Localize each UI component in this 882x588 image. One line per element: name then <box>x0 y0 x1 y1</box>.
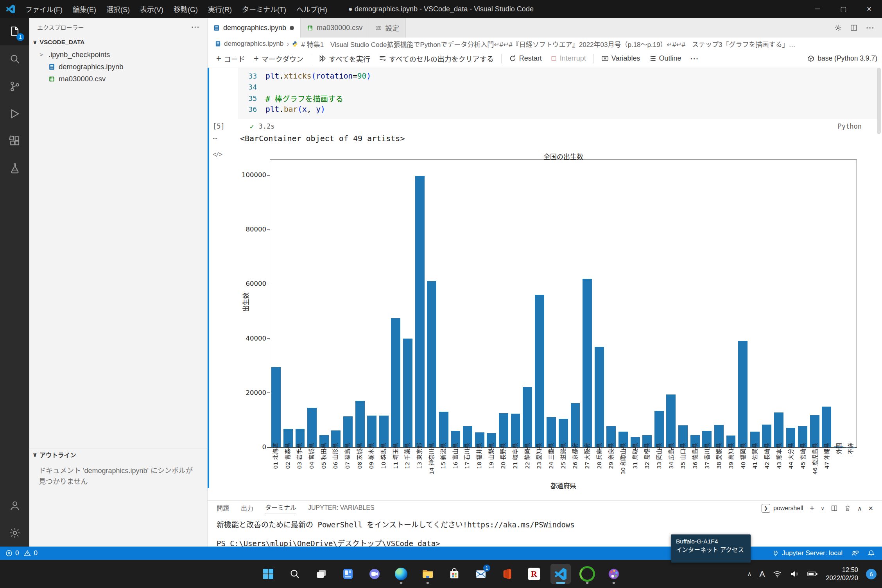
menu-item[interactable]: 実行(R) <box>203 0 237 18</box>
paint-icon[interactable] <box>604 564 624 584</box>
code-text: plt.xticks(rotation=90) <box>265 72 371 81</box>
activity-explorer[interactable]: 1 <box>0 18 29 45</box>
code-line[interactable]: 34 <box>238 82 878 93</box>
breadcrumb[interactable]: demographics.ipynb › # 特集1 Visual Studio… <box>207 38 882 50</box>
code-line[interactable]: 36plt.bar(x, y) <box>238 104 878 115</box>
modified-dot-icon[interactable] <box>290 26 294 30</box>
menu-item[interactable]: 編集(E) <box>68 0 101 18</box>
activity-run-debug[interactable] <box>0 100 29 127</box>
task-view-icon[interactable] <box>311 564 332 584</box>
activity-source-control[interactable] <box>0 73 29 100</box>
code-line[interactable]: 33plt.xticks(rotation=90) <box>238 70 878 82</box>
breadcrumb-cell[interactable]: # 特集1 Visual Studio Code拡張機能でPythonでデータ分… <box>301 39 795 49</box>
sidebar-item-checkpoints[interactable]: > .ipynb_checkpoints <box>29 48 207 61</box>
bar-slot <box>330 160 342 447</box>
activity-account[interactable] <box>0 492 29 519</box>
cell-language[interactable]: Python <box>838 122 862 130</box>
add-markdown-cell-button[interactable]: + マークダウン <box>250 50 307 67</box>
settings-sliders-icon <box>375 25 382 31</box>
start-button[interactable] <box>258 564 278 584</box>
ime-indicator[interactable]: A <box>759 569 765 579</box>
run-debug-icon <box>9 108 21 120</box>
edge-icon[interactable] <box>391 564 411 584</box>
panel-tab-ターミナル[interactable]: ターミナル <box>265 502 296 513</box>
menu-item[interactable]: ファイル(F) <box>20 0 68 18</box>
outline-header[interactable]: ∨ アウトライン <box>29 448 207 461</box>
bar-34 広島県 <box>666 394 676 447</box>
x-tick-label: 44 大分県 <box>785 443 797 469</box>
maximize-button[interactable]: ▢ <box>830 0 856 18</box>
tab-demographics[interactable]: demographics.ipynb <box>207 18 301 38</box>
variables-button[interactable]: Variables <box>598 50 644 67</box>
wifi-icon[interactable] <box>773 569 782 579</box>
office-icon[interactable] <box>497 564 518 584</box>
outline-button[interactable]: Outline <box>645 50 685 67</box>
taskbar-search-icon[interactable] <box>285 564 305 584</box>
toolbar-separator <box>593 54 594 63</box>
sidebar-item-notebook[interactable]: demographics.ipynb <box>29 61 207 73</box>
kernel-picker[interactable]: base (Python 3.9.7) <box>807 54 882 63</box>
code-cell-editor[interactable]: 33plt.xticks(rotation=90)3435# 棒グラフを描画する… <box>238 68 878 119</box>
new-terminal-icon[interactable]: + <box>810 503 815 513</box>
feedback-icon[interactable] <box>851 549 859 557</box>
restart-button[interactable]: Restart <box>506 50 545 67</box>
panel-tab-出力[interactable]: 出力 <box>241 503 253 513</box>
maximize-panel-icon[interactable]: ∧ <box>857 505 862 512</box>
close-panel-icon[interactable]: ✕ <box>868 505 873 512</box>
menu-item[interactable]: 表示(V) <box>135 0 169 18</box>
split-editor-icon[interactable] <box>850 24 858 32</box>
panel-tab-JUPYTER: VARIABLES[interactable]: JUPYTER: VARIABLES <box>308 504 375 511</box>
green-ring-app-icon[interactable] <box>577 564 597 584</box>
teams-chat-icon[interactable] <box>364 564 385 584</box>
output-more-icon[interactable]: ⋯ <box>213 134 228 143</box>
sidebar-item-csv[interactable]: ma030000.csv <box>29 73 207 85</box>
problems-status[interactable]: 0 0 <box>0 549 38 557</box>
tab-settings[interactable]: 設定 <box>369 18 406 38</box>
file-explorer-icon[interactable] <box>418 564 438 584</box>
rakuten-icon[interactable]: R <box>524 564 544 584</box>
button-label: コード <box>224 54 245 64</box>
bell-icon[interactable] <box>868 550 875 557</box>
clock[interactable]: 12:50 2022/02/20 <box>826 566 858 582</box>
more-actions-icon[interactable]: ⋯ <box>866 23 874 33</box>
button-label: Outline <box>659 54 681 63</box>
widgets-icon[interactable] <box>338 564 358 584</box>
add-code-cell-button[interactable]: + コード <box>213 50 249 67</box>
close-button[interactable]: ✕ <box>856 0 882 18</box>
run-all-button[interactable]: すべてを実行 <box>315 50 374 67</box>
editor-scrollbar[interactable] <box>877 68 881 134</box>
explorer-more-icon[interactable]: ⋯ <box>191 22 199 32</box>
mail-icon[interactable]: 1 <box>471 564 491 584</box>
battery-icon[interactable] <box>807 569 818 579</box>
panel-tab-問題[interactable]: 問題 <box>217 503 229 513</box>
breadcrumb-file[interactable]: demographics.ipynb <box>224 40 283 48</box>
vscode-taskbar-icon[interactable] <box>550 564 571 584</box>
speaker-icon[interactable] <box>790 569 799 579</box>
kill-terminal-icon[interactable] <box>844 505 851 512</box>
output-mime-icon[interactable]: </> <box>213 151 222 158</box>
jupyter-server-status[interactable]: Jupyter Server: local <box>772 549 843 557</box>
activity-testing[interactable] <box>0 155 29 182</box>
menu-item[interactable]: 移動(G) <box>169 0 203 18</box>
notification-badge[interactable]: 6 <box>866 569 877 579</box>
bar-22 静岡県 <box>523 387 532 447</box>
shell-selector[interactable]: ❯ powershell <box>762 504 803 513</box>
minimize-button[interactable]: ─ <box>805 0 830 18</box>
activity-search[interactable] <box>0 45 29 73</box>
run-settings-gear-icon[interactable] <box>834 24 842 32</box>
microsoft-store-icon[interactable] <box>444 564 464 584</box>
menu-item[interactable]: 選択(S) <box>101 0 135 18</box>
variables-icon <box>601 55 609 62</box>
split-terminal-icon[interactable] <box>831 505 838 512</box>
activity-extensions[interactable] <box>0 127 29 155</box>
menu-item[interactable]: ヘルプ(H) <box>291 0 332 18</box>
tray-chevron-icon[interactable]: ∧ <box>747 570 751 577</box>
toolbar-more-icon[interactable]: ⋯ <box>687 50 702 67</box>
terminal-dropdown-icon[interactable]: ∨ <box>821 506 825 511</box>
tab-csv[interactable]: ma030000.csv <box>301 18 369 38</box>
menu-item[interactable]: ターミナル(T) <box>237 0 291 18</box>
code-line[interactable]: 35# 棒グラフを描画する <box>238 93 878 104</box>
activity-settings[interactable] <box>0 519 29 547</box>
folder-section[interactable]: ∨ VSCODE_DATA <box>29 36 207 48</box>
clear-outputs-button[interactable]: すべてのセルの出力をクリアする <box>375 50 497 67</box>
